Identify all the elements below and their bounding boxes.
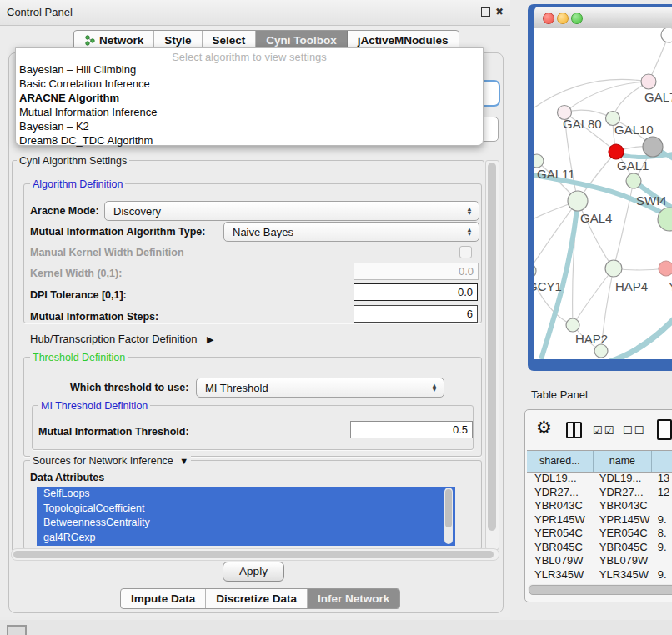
algorithm-option[interactable]: Bayesian – K2 — [19, 120, 89, 132]
settings-hscroll-thumb[interactable] — [13, 551, 494, 558]
node[interactable] — [661, 28, 672, 42]
dpi-tolerance-field[interactable]: 0.0 — [354, 283, 478, 301]
docked-panel-grip[interactable] — [7, 625, 27, 635]
table-row[interactable]: YDL19...YDL19...13 — [527, 472, 672, 486]
cell: YPR145W — [592, 513, 650, 528]
kernel-width-field[interactable]: 0.0 — [354, 262, 479, 280]
cell: YLR345W — [527, 568, 592, 582]
node-gal7[interactable] — [641, 74, 656, 89]
cell: YER054C — [527, 527, 592, 541]
aracne-mode-label: Aracne Mode: — [30, 205, 99, 217]
data-attributes-list[interactable]: SelfLoops TopologicalCoefficient Between… — [37, 487, 455, 546]
tab-impute-data-label: Impute Data — [131, 589, 195, 608]
cell — [650, 499, 672, 513]
combo-arrows-icon: ▲▼ — [463, 228, 479, 236]
minimize-traffic-icon[interactable] — [557, 12, 569, 24]
node-gray[interactable] — [643, 137, 663, 157]
combo-arrows-icon: ▲▼ — [463, 207, 479, 215]
checked-checkboxes-icon[interactable]: ☑☑ — [593, 424, 615, 437]
attribute-item[interactable]: TopologicalCoefficient — [37, 502, 455, 517]
document-icon[interactable] — [657, 419, 672, 440]
tab-infer-network[interactable]: Infer Network — [308, 589, 399, 608]
node-label: GCY1 — [534, 279, 562, 293]
attributes-scrollbar[interactable] — [444, 488, 453, 544]
column-header-clipped[interactable] — [652, 451, 672, 472]
zoom-traffic-icon[interactable] — [571, 12, 583, 24]
close-icon[interactable]: ✖ — [495, 6, 504, 18]
table-row[interactable]: YLR345WYLR345W9. — [527, 568, 672, 582]
cell: 13 — [650, 472, 672, 486]
hub-definition-expander[interactable]: Hub/Transcription Factor Definition ▶ — [30, 332, 213, 345]
algorithm-definition-title: Algorithm Definition — [30, 178, 125, 190]
node-label: HAP4 — [615, 279, 648, 293]
float-window-icon[interactable] — [481, 8, 490, 17]
algorithm-option[interactable]: Bayesian – Hill Climbing — [19, 63, 136, 76]
network-window-titlebar[interactable] — [534, 7, 672, 29]
algorithm-option[interactable]: Dream8 DC_TDC Algorithm — [19, 134, 153, 147]
network-canvas[interactable]: GAL7 GAL80 GAL10 GAL1 GAL11 SWI4 GAL4 GC… — [534, 28, 672, 359]
node-label: SWI4 — [636, 193, 667, 208]
table-row[interactable]: YPR145WYPR145W9. — [527, 513, 672, 528]
algorithm-option-selected[interactable]: ARACNE Algorithm — [19, 92, 119, 104]
node[interactable] — [594, 344, 608, 358]
cell: YBL079W — [527, 554, 592, 568]
column-header-shared[interactable]: shared... — [527, 451, 594, 472]
attribute-item[interactable]: gal4RGexp — [37, 531, 455, 546]
apply-button[interactable]: Apply — [223, 562, 284, 582]
node-hap2[interactable] — [566, 318, 579, 332]
tab-discretize-data[interactable]: Discretize Data — [206, 589, 308, 608]
manual-kernel-checkbox[interactable] — [459, 246, 472, 258]
tab-impute-data[interactable]: Impute Data — [121, 589, 206, 608]
table-row[interactable]: YER054CYER054C8. — [527, 527, 672, 541]
data-attributes-label: Data Attributes — [30, 472, 104, 483]
table-row[interactable]: YBL079WYBL079W — [527, 554, 672, 568]
node-gcy1[interactable] — [534, 263, 536, 278]
mi-steps-field[interactable]: 6 — [354, 305, 478, 322]
attribute-item[interactable]: BetweennessCentrality — [37, 516, 455, 531]
settings-horizontal-scrollbar[interactable] — [11, 548, 499, 561]
node-salmon[interactable] — [659, 261, 672, 276]
node-label: HAP2 — [575, 332, 608, 346]
node-gal11[interactable] — [534, 154, 544, 168]
node-red-selected[interactable] — [609, 144, 624, 159]
close-traffic-icon[interactable] — [543, 12, 554, 24]
algorithm-dropdown-popup: Select algorithm to view settings Bayesi… — [15, 48, 484, 146]
node-gal1[interactable] — [626, 173, 641, 188]
cell: 9 — [650, 582, 672, 582]
node-label: GAL80 — [563, 117, 602, 131]
gear-icon[interactable]: ⚙ — [536, 418, 552, 438]
node-gal4[interactable] — [568, 191, 588, 211]
column-divider — [573, 423, 575, 437]
mi-threshold-field[interactable]: 0.5 — [350, 421, 473, 438]
expander-down-icon: ▼ — [179, 456, 188, 466]
table-hscroll-thumb[interactable] — [529, 585, 672, 595]
attribute-item[interactable]: SelfLoops — [37, 487, 455, 502]
settings-vscroll-thumb[interactable] — [488, 162, 496, 531]
algorithm-option[interactable]: Basic Correlation Inference — [19, 78, 150, 90]
table-row[interactable]: YDR27...YDR27...12 — [527, 486, 672, 500]
table-row[interactable]: YBR045CYBR045C9. — [527, 541, 672, 555]
mi-type-select[interactable]: Naive Bayes ▲▼ — [223, 222, 479, 242]
attributes-scrollbar-thumb[interactable] — [445, 489, 452, 528]
cell: YBR043C — [527, 499, 592, 513]
table-row[interactable]: YIL052CYIL052C9 — [527, 582, 672, 582]
cell: YPR145W — [527, 513, 592, 528]
cell: 12 — [650, 486, 672, 500]
settings-vertical-scrollbar[interactable] — [485, 160, 499, 550]
table-row[interactable]: YBR043CYBR043C — [527, 499, 672, 513]
two-column-view-icon[interactable] — [566, 422, 582, 438]
which-threshold-select[interactable]: MI Threshold ▲▼ — [196, 378, 444, 398]
which-threshold-value: MI Threshold — [197, 382, 428, 394]
algorithm-option[interactable]: Mutual Information Inference — [19, 106, 157, 118]
aracne-mode-value: Discovery — [105, 205, 463, 218]
cell: 9. — [650, 568, 672, 582]
network-graph: GAL7 GAL80 GAL10 GAL1 GAL11 SWI4 GAL4 GC… — [534, 28, 672, 359]
mi-type-label: Mutual Information Algorithm Type: — [30, 226, 205, 238]
node-hap4[interactable] — [605, 260, 622, 277]
hub-definition-label: Hub/Transcription Factor Definition — [30, 332, 197, 345]
sources-expander[interactable]: Sources for Network Inference ▼ — [30, 455, 191, 467]
aracne-mode-select[interactable]: Discovery ▲▼ — [104, 201, 479, 221]
column-header-name[interactable]: name — [594, 451, 653, 472]
unchecked-checkboxes-icon[interactable]: ☐☐ — [623, 424, 645, 437]
table-horizontal-scrollbar[interactable] — [528, 584, 672, 594]
